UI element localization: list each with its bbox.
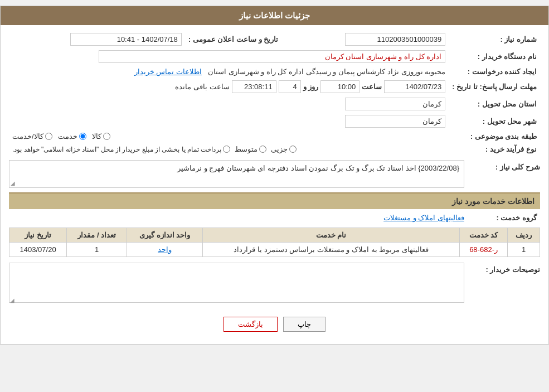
radio-kala-khadamat: کالا/خدمت xyxy=(12,132,52,141)
table-cell-4: 1 xyxy=(67,243,127,257)
tarikh-elaan-value: 1402/07/18 - 10:41 xyxy=(9,31,185,48)
col-nam: نام خدمت xyxy=(203,228,460,243)
buyer-desc-input[interactable] xyxy=(9,263,464,303)
remaining-label: ساعت باقی مانده xyxy=(175,83,229,91)
shahr-tahvil-input: کرمان xyxy=(345,115,445,128)
noe-farayand-row: جزیی متوسط پرداخت تمام یا بخشی از مبلغ خ… xyxy=(9,143,449,156)
shahr-tahvil-value: کرمان xyxy=(9,113,449,130)
ostan-tahvil-label: استان محل تحویل : xyxy=(449,95,540,113)
mohlat-remaining-input: 23:08:11 xyxy=(232,80,276,93)
radio-motevaset-input[interactable] xyxy=(259,146,266,153)
back-button[interactable]: بازگشت xyxy=(224,317,278,332)
tarikh-elaan-input: 1402/07/18 - 10:41 xyxy=(70,33,182,46)
tabaqe-row: کالا خدمت کالا/خدمت xyxy=(9,130,449,143)
goroh-khadamat-link[interactable]: فعالیتهای املاک و مستغلات xyxy=(383,214,464,222)
radio-khadamat-label: خدمت xyxy=(58,132,77,141)
content-area: شماره نیاز : 1102003501000039 تاریخ و سا… xyxy=(1,25,548,344)
table-cell-1: ر-682-68 xyxy=(459,243,507,257)
ijad-konande-value: محبوبه نوروزی نژاد کارشناس پیمان و رسیدگ… xyxy=(9,65,449,78)
goroh-khadamat-label: گروه خدمت : xyxy=(468,211,540,224)
col-vahed: واحد اندازه گیری xyxy=(127,228,203,243)
ostan-tahvil-input: کرمان xyxy=(345,98,445,110)
radio-motevaset-label: متوسط xyxy=(235,145,258,153)
radio-jozei-input[interactable] xyxy=(289,146,297,153)
radio-kala-label: کالا xyxy=(92,132,101,141)
sharh-niaz-box: {2003/22/08} اخذ اسناد تک برگ و تک برگ ن… xyxy=(9,160,464,188)
goroh-khadamat-table: گروه خدمت : فعالیتهای املاک و مستغلات xyxy=(9,211,540,224)
col-tarikh: تاریخ نیاز xyxy=(9,228,67,243)
radio-pardakht-input[interactable] xyxy=(223,146,230,153)
radio-khadamat: خدمت xyxy=(58,132,86,141)
mohlat-row: 1402/07/23 ساعت 10:00 روز و 4 23:08:11 س… xyxy=(9,78,449,95)
ijad-konande-label: ایجاد کننده درخواست : xyxy=(449,65,540,78)
radio-jozei-label: جزیی xyxy=(271,145,288,153)
buyer-desc-label: توصیحات خریدار : xyxy=(468,263,540,277)
ostan-tahvil-value: کرمان xyxy=(9,95,449,113)
buyer-desc-section: توصیحات خریدار : xyxy=(9,263,540,304)
vahed-link[interactable]: واحد xyxy=(158,245,172,254)
nam-dastgah-value: اداره کل راه و شهرسازی استان کرمان xyxy=(9,48,449,65)
radio-kala-khadamat-input[interactable] xyxy=(45,133,52,140)
table-cell-2: فعالیتهای مربوط به املاک و مستغلات براسا… xyxy=(203,243,460,257)
saat-label: ساعت xyxy=(362,83,382,91)
radio-kala: کالا xyxy=(92,132,110,141)
page-header: جزئیات اطلاعات نیاز xyxy=(1,6,548,25)
nam-dastgah-label: نام دستگاه خریدار : xyxy=(449,48,540,65)
buyer-desc-wrapper xyxy=(9,263,468,304)
roz-label: روز و xyxy=(303,83,319,91)
shomare-niaz-input: 1102003501000039 xyxy=(345,33,445,46)
mohlat-time-input: 10:00 xyxy=(320,80,359,93)
mohlat-date-input: 1402/07/23 xyxy=(384,80,445,93)
goroh-khadamat-value: فعالیتهای املاک و مستغلات xyxy=(9,211,468,224)
ijad-konande-text: محبوبه نوروزی نژاد کارشناس پیمان و رسیدگ… xyxy=(208,67,445,76)
shahr-tahvil-label: شهر محل تحویل : xyxy=(449,113,540,130)
page-title: جزئیات اطلاعات نیاز xyxy=(239,11,310,20)
service-table: ردیف کد خدمت نام خدمت واحد اندازه گیری ت… xyxy=(9,228,540,257)
col-kod: کد خدمت xyxy=(459,228,507,243)
noe-farayand-label: نوع فرآیند خرید : xyxy=(449,143,540,156)
ittelaat-tamas-link[interactable]: اطلاعات تماس خریدار xyxy=(134,67,202,76)
radio-motevaset: متوسط xyxy=(235,145,266,153)
mohlat-roz-input: 4 xyxy=(279,80,301,93)
khadamat-section-title: اطلاعات خدمات مورد نیاز xyxy=(9,192,540,209)
radio-pardakht: پرداخت تمام یا بخشی از مبلغ خریدار از مح… xyxy=(12,146,230,153)
print-button[interactable]: چاپ xyxy=(283,317,325,332)
radio-kala-input[interactable] xyxy=(103,133,110,140)
shomare-niaz-value: 1102003501000039 xyxy=(289,31,449,48)
table-cell-0: 1 xyxy=(508,243,540,257)
sharh-niaz-section: شرح کلی نیاز : {2003/22/08} اخذ اسناد تک… xyxy=(9,160,540,188)
col-tedad: تعداد / مقدار xyxy=(67,228,127,243)
nam-dastgah-input: اداره کل راه و شهرسازی استان کرمان xyxy=(99,50,445,63)
mohlat-label: مهلت ارسال پاسخ: تا تاریخ : xyxy=(449,78,540,95)
col-radif: ردیف xyxy=(508,228,540,243)
sharh-niaz-wrapper: {2003/22/08} اخذ اسناد تک برگ و تک برگ ن… xyxy=(9,160,468,188)
page-wrapper: جزئیات اطلاعات نیاز شماره نیاز : 1102003… xyxy=(0,6,549,345)
info-table: شماره نیاز : 1102003501000039 تاریخ و سا… xyxy=(9,31,540,156)
radio-jozei: جزیی xyxy=(271,145,297,153)
tarikh-elaan-label: تاریخ و ساعت اعلان عمومی : xyxy=(185,31,289,48)
tabaqe-label: طبقه بندی موضوعی : xyxy=(449,130,540,143)
radio-pardakht-label: پرداخت تمام یا بخشی از مبلغ خریدار از مح… xyxy=(12,146,221,153)
sharh-niaz-text: {2003/22/08} اخذ اسناد تک برگ و تک برگ ن… xyxy=(177,164,459,172)
shomare-niaz-label: شماره نیاز : xyxy=(449,31,540,48)
table-cell-3: واحد xyxy=(127,243,203,257)
table-row: 1ر-682-68فعالیتهای مربوط به املاک و مستغ… xyxy=(9,243,540,257)
radio-khadamat-input[interactable] xyxy=(79,133,86,140)
radio-kala-khadamat-label: کالا/خدمت xyxy=(12,132,43,141)
footer-buttons: چاپ بازگشت xyxy=(9,310,540,338)
sharh-niaz-section-title: شرح کلی نیاز : xyxy=(468,160,540,174)
table-cell-5: 1403/07/20 xyxy=(9,243,67,257)
